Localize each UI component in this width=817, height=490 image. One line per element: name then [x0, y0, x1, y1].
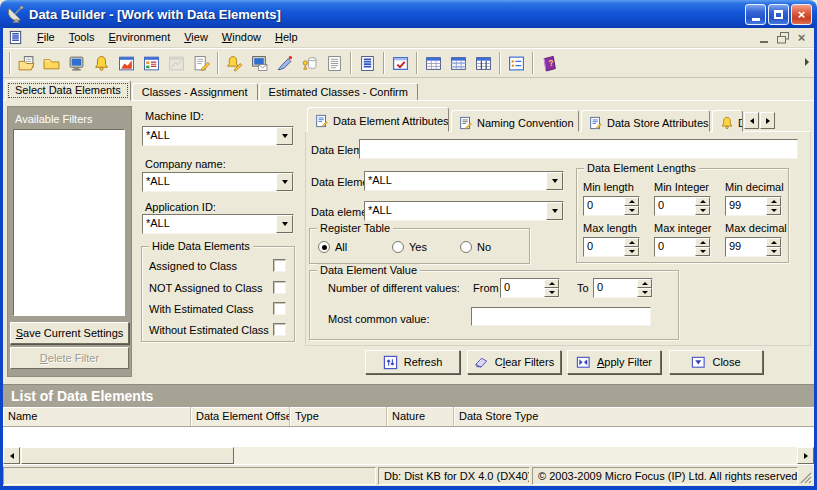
open-document-icon[interactable]	[14, 51, 39, 75]
mdi-restore-button[interactable]	[774, 30, 791, 45]
table-rows-icon[interactable]	[446, 51, 471, 75]
menu-help[interactable]: Help	[268, 29, 305, 46]
register-table-all-option[interactable]: All	[318, 241, 347, 253]
close-window-button[interactable]: Close	[669, 350, 763, 374]
filters-listbox[interactable]	[13, 129, 125, 316]
maximize-button[interactable]	[768, 4, 789, 25]
toolbar-overflow-arrow[interactable]	[805, 58, 809, 66]
tab-data-store-attributes[interactable]: Data Store Attributes	[581, 110, 710, 132]
hide-without-estimated-checkbox[interactable]	[273, 323, 286, 336]
bell-edit-icon[interactable]	[222, 51, 247, 75]
data-element-type-combo[interactable]: *ALL	[364, 171, 564, 191]
data-elements-list[interactable]	[3, 427, 814, 464]
spin-up-icon[interactable]	[695, 197, 710, 206]
tab-classes-assignment[interactable]: Classes - Assignment	[132, 83, 258, 101]
edit-document-icon[interactable]	[189, 51, 214, 75]
spin-down-icon[interactable]	[544, 288, 559, 297]
radio-icon[interactable]	[392, 241, 404, 253]
monitor-mail-icon[interactable]	[247, 51, 272, 75]
menu-tools[interactable]: Tools	[62, 29, 102, 46]
from-spinner[interactable]: 0	[500, 278, 560, 298]
spin-down-icon[interactable]	[624, 247, 639, 256]
spin-up-icon[interactable]	[637, 279, 652, 288]
spin-up-icon[interactable]	[695, 238, 710, 247]
apply-filter-button[interactable]: Apply Filter	[567, 350, 661, 374]
tab-estimated-classes-confirm[interactable]: Estimated Classes - Confirm	[259, 83, 418, 101]
column-header-nature[interactable]: Nature	[387, 407, 454, 426]
menu-view[interactable]: View	[177, 29, 215, 46]
save-current-settings-button[interactable]: Save Current Settings	[10, 322, 129, 344]
min-integer-spinner[interactable]: 0	[654, 196, 711, 216]
spin-up-icon[interactable]	[544, 279, 559, 288]
menu-file[interactable]: File	[30, 29, 62, 46]
cleanup-icon[interactable]	[297, 51, 322, 75]
chevron-down-icon[interactable]	[276, 215, 293, 233]
spin-up-icon[interactable]	[624, 197, 639, 206]
tab-data-truncated[interactable]: Data	[712, 110, 743, 132]
menu-environment[interactable]: Environment	[101, 29, 177, 46]
chevron-down-icon[interactable]	[276, 127, 293, 145]
spin-down-icon[interactable]	[637, 288, 652, 297]
hide-assigned-checkbox[interactable]	[273, 259, 286, 272]
help-book-icon[interactable]: ?	[537, 51, 562, 75]
min-decimal-spinner[interactable]: 99	[725, 196, 782, 216]
menu-window[interactable]: Window	[215, 29, 268, 46]
table-header-icon[interactable]	[421, 51, 446, 75]
spin-up-icon[interactable]	[624, 238, 639, 247]
mdi-close-button[interactable]: ×	[793, 30, 810, 45]
monitor-icon[interactable]	[64, 51, 89, 75]
chevron-down-icon[interactable]	[546, 202, 563, 220]
max-length-spinner[interactable]: 0	[583, 237, 640, 257]
horizontal-scrollbar[interactable]	[3, 447, 814, 464]
tab-naming-convention[interactable]: Naming Convention	[451, 110, 579, 132]
max-decimal-spinner[interactable]: 99	[725, 237, 782, 257]
register-table-no-option[interactable]: No	[460, 241, 491, 253]
spin-up-icon[interactable]	[766, 238, 781, 247]
to-spinner[interactable]: 0	[593, 278, 653, 298]
register-table-yes-option[interactable]: Yes	[392, 241, 427, 253]
company-name-combo[interactable]: *ALL	[142, 172, 294, 192]
spin-down-icon[interactable]	[624, 206, 639, 215]
hide-not-assigned-checkbox[interactable]	[273, 281, 286, 294]
column-header-offset[interactable]: Data Element Offset	[191, 407, 290, 426]
table-columns-icon[interactable]	[471, 51, 496, 75]
tab-data-element-attributes[interactable]: Data Element Attributes	[307, 107, 449, 132]
spin-down-icon[interactable]	[695, 247, 710, 256]
list-icon[interactable]	[322, 51, 347, 75]
checklist-window-icon[interactable]	[388, 51, 413, 75]
tab-select-data-elements[interactable]: Select Data Elements	[5, 80, 131, 101]
tab-scroll-right-icon[interactable]	[760, 112, 775, 129]
machine-id-combo[interactable]: *ALL	[142, 126, 294, 146]
clear-filters-button[interactable]: Clear Filters	[467, 350, 561, 374]
max-integer-spinner[interactable]: 0	[654, 237, 711, 257]
spin-up-icon[interactable]	[766, 197, 781, 206]
most-common-value-input[interactable]	[471, 307, 651, 326]
spin-down-icon[interactable]	[695, 206, 710, 215]
mdi-minimize-button[interactable]	[755, 30, 772, 45]
column-header-type[interactable]: Type	[290, 407, 387, 426]
broom-icon[interactable]	[272, 51, 297, 75]
application-id-combo[interactable]: *ALL	[142, 214, 294, 234]
spin-down-icon[interactable]	[766, 247, 781, 256]
properties-icon[interactable]	[504, 51, 529, 75]
folder-icon[interactable]	[39, 51, 64, 75]
column-header-name[interactable]: Name	[3, 407, 191, 426]
refresh-button[interactable]: Refresh	[365, 350, 460, 374]
chevron-down-icon[interactable]	[546, 172, 563, 190]
tab-scroll-left-icon[interactable]	[744, 112, 759, 129]
data-element-nature-combo[interactable]: *ALL	[364, 201, 564, 221]
spin-down-icon[interactable]	[766, 206, 781, 215]
data-element-name-input[interactable]	[359, 139, 798, 159]
radio-icon[interactable]	[318, 241, 330, 253]
bell-icon[interactable]	[89, 51, 114, 75]
close-button[interactable]: ×	[791, 4, 812, 25]
hide-with-estimated-checkbox[interactable]	[273, 302, 286, 315]
minimize-button[interactable]	[745, 4, 766, 25]
scrollbar-thumb[interactable]	[21, 447, 234, 464]
scroll-right-icon[interactable]	[797, 447, 814, 464]
resize-grip-icon[interactable]	[798, 470, 813, 485]
form-window-icon[interactable]	[139, 51, 164, 75]
column-header-data-store-type[interactable]: Data Store Type	[454, 407, 814, 426]
min-length-spinner[interactable]: 0	[583, 196, 640, 216]
scroll-left-icon[interactable]	[3, 447, 20, 464]
